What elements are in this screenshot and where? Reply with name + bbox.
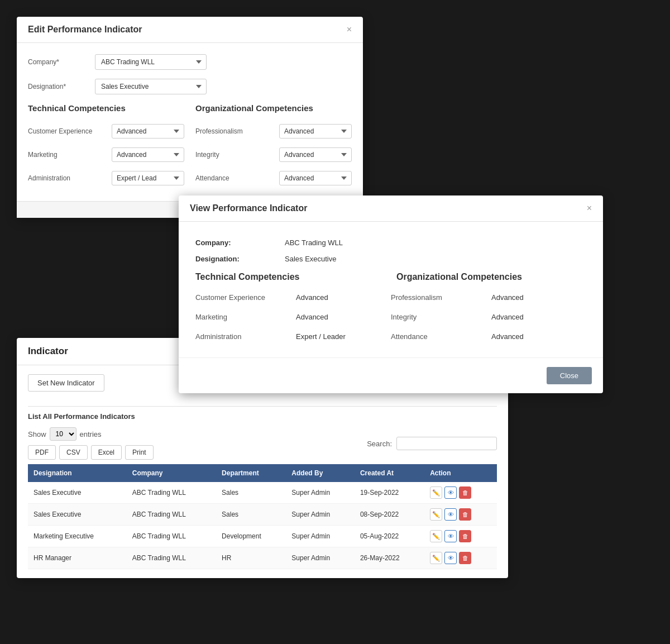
indicator-panel-body: Set New Indicator List All Performance I…	[17, 365, 508, 578]
org-competency-select-1[interactable]: Advanced	[279, 147, 352, 162]
view-tech-label-1: Marketing	[195, 313, 296, 321]
designation-label: Designation*	[28, 83, 95, 90]
view-company-label: Company:	[195, 238, 285, 247]
cell-added-by: Super Admin	[286, 547, 355, 569]
table-row: Sales Executive ABC Trading WLL Sales Su…	[28, 482, 497, 504]
view-close-button[interactable]: Close	[547, 367, 592, 384]
delete-action-button[interactable]: 🗑	[459, 552, 471, 564]
show-entries-row: Show 10 entries	[28, 427, 154, 441]
edit-action-button[interactable]: ✏️	[430, 508, 442, 521]
tech-competency-select-1[interactable]: Advanced	[112, 147, 184, 162]
org-competency-select-2[interactable]: Advanced	[279, 171, 352, 185]
company-select[interactable]: ABC Trading WLL	[95, 54, 207, 70]
list-all-highlight: Performance Indicators	[54, 412, 135, 421]
delete-action-button[interactable]: 🗑	[459, 530, 471, 542]
cell-designation: HR Manager	[28, 547, 127, 569]
org-competency-label-0: Professionalism	[195, 127, 279, 135]
view-modal-body: Company: ABC Trading WLL Designation: Sa…	[179, 222, 603, 357]
view-org-label-2: Attendance	[391, 332, 491, 341]
view-tech-value-0: Advanced	[296, 293, 328, 302]
cell-action: ✏️ 👁 🗑	[424, 482, 497, 504]
col-created-at: Created At	[355, 464, 424, 482]
org-competency-row-0: Professionalism Advanced	[195, 120, 352, 143]
col-action: Action	[424, 464, 497, 482]
view-performance-modal: View Performance Indicator × Company: AB…	[179, 195, 603, 393]
edit-section-headers: Technical Competencies Organizational Co…	[28, 103, 352, 113]
view-action-button[interactable]: 👁	[444, 552, 457, 564]
excel-export-button[interactable]: Excel	[91, 445, 122, 460]
search-row: Search:	[367, 437, 497, 450]
tech-competency-select-2[interactable]: Expert / Lead	[112, 171, 184, 185]
action-icons: ✏️ 👁 🗑	[430, 530, 491, 542]
edit-action-button[interactable]: ✏️	[430, 530, 442, 542]
view-org-value-0: Advanced	[491, 293, 524, 302]
edit-action-button[interactable]: ✏️	[430, 486, 442, 499]
edit-action-button[interactable]: ✏️	[430, 552, 442, 564]
col-company: Company	[127, 464, 216, 482]
view-designation-value: Sales Executive	[285, 255, 337, 263]
org-competency-row-2: Attendance Advanced	[195, 166, 352, 190]
cell-action: ✏️ 👁 🗑	[424, 526, 497, 547]
view-designation-row: Designation: Sales Executive	[195, 255, 586, 263]
cell-department: Development	[216, 526, 286, 547]
col-designation: Designation	[28, 464, 127, 482]
cell-company: ABC Trading WLL	[127, 526, 216, 547]
cell-company: ABC Trading WLL	[127, 504, 216, 526]
table-header-row: Designation Company Department Added By …	[28, 464, 497, 482]
view-designation-label: Designation:	[195, 255, 285, 263]
cell-created-at: 08-Sep-2022	[355, 504, 424, 526]
delete-action-button[interactable]: 🗑	[459, 486, 471, 499]
org-competency-select-0[interactable]: Advanced	[279, 124, 352, 139]
cell-added-by: Super Admin	[286, 482, 355, 504]
print-export-button[interactable]: Print	[125, 445, 154, 460]
edit-competencies-grid: Customer Experience Advanced Marketing A…	[28, 120, 352, 190]
pdf-export-button[interactable]: PDF	[28, 445, 56, 460]
view-tech-label-2: Administration	[195, 332, 296, 341]
view-org-value-2: Advanced	[491, 332, 524, 341]
export-buttons-row: PDF CSV Excel Print	[28, 445, 154, 460]
cell-company: ABC Trading WLL	[127, 547, 216, 569]
cell-action: ✏️ 👁 🗑	[424, 547, 497, 569]
view-action-button[interactable]: 👁	[444, 508, 457, 521]
search-input[interactable]	[396, 437, 497, 450]
view-action-button[interactable]: 👁	[444, 486, 457, 499]
view-section-headers: Technical Competencies Organizational Co…	[195, 272, 586, 282]
delete-action-button[interactable]: 🗑	[459, 508, 471, 521]
edit-modal-close-button[interactable]: ×	[347, 25, 352, 35]
tech-competency-label-0: Customer Experience	[28, 127, 112, 135]
edit-technical-col: Customer Experience Advanced Marketing A…	[28, 120, 184, 190]
org-competency-row-1: Integrity Advanced	[195, 143, 352, 166]
view-org-value-1: Advanced	[491, 313, 524, 321]
col-department: Department	[216, 464, 286, 482]
edit-modal-header: Edit Performance Indicator ×	[17, 17, 363, 43]
cell-added-by: Super Admin	[286, 526, 355, 547]
company-field-row: Company* ABC Trading WLL	[28, 54, 352, 70]
view-modal-header: View Performance Indicator ×	[179, 195, 603, 222]
list-all-label: List All Performance Indicators	[28, 412, 497, 421]
view-technical-col: Customer Experience Advanced Marketing A…	[195, 288, 391, 346]
csv-export-button[interactable]: CSV	[59, 445, 88, 460]
left-controls: Show 10 entries PDF CSV Excel Print	[28, 427, 154, 460]
edit-technical-title: Technical Competencies	[28, 103, 184, 113]
designation-select[interactable]: Sales Executive	[95, 79, 207, 94]
table-row: Marketing Executive ABC Trading WLL Deve…	[28, 526, 497, 547]
view-action-button[interactable]: 👁	[444, 530, 457, 542]
cell-designation: Sales Executive	[28, 504, 127, 526]
entries-select[interactable]: 10	[50, 427, 76, 441]
show-label: Show	[28, 430, 46, 438]
table-row: Sales Executive ABC Trading WLL Sales Su…	[28, 504, 497, 526]
table-row: HR Manager ABC Trading WLL HR Super Admi…	[28, 547, 497, 569]
set-new-indicator-button[interactable]: Set New Indicator	[28, 374, 104, 392]
view-org-label-1: Integrity	[391, 313, 491, 321]
cell-designation: Sales Executive	[28, 482, 127, 504]
view-org-label-0: Professionalism	[391, 293, 491, 302]
action-icons: ✏️ 👁 🗑	[430, 508, 491, 521]
view-company-row: Company: ABC Trading WLL	[195, 238, 586, 247]
tech-competency-select-0[interactable]: Advanced	[112, 124, 184, 139]
company-label: Company*	[28, 58, 95, 66]
view-modal-title: View Performance Indicator	[190, 203, 307, 213]
view-org-row-2: Attendance Advanced	[391, 327, 586, 346]
list-all-text: List All	[28, 412, 54, 421]
view-modal-close-button[interactable]: ×	[587, 203, 592, 213]
view-tech-value-2: Expert / Leader	[296, 332, 346, 341]
